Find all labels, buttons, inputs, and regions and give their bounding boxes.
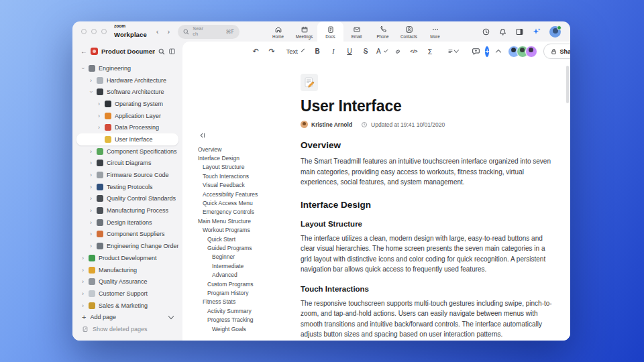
sidebar-item[interactable]: ›Customer Support <box>76 288 178 300</box>
list-format-dropdown[interactable] <box>446 46 460 58</box>
chevron-collapsed-icon[interactable]: › <box>89 184 93 190</box>
sidebar-item[interactable]: ›Application Layer <box>76 110 178 122</box>
back-button[interactable]: ‹ <box>156 27 159 36</box>
chevron-collapsed-icon[interactable]: › <box>80 290 85 297</box>
close-window-button[interactable] <box>81 29 87 34</box>
sidebar-item[interactable]: ›Component Specifications <box>76 145 178 158</box>
formula-button[interactable]: Σ <box>423 46 437 58</box>
sidebar-item[interactable]: ›Testing Protocols <box>76 181 178 193</box>
show-deleted-pages-button[interactable]: Show deleted pages <box>72 323 182 335</box>
outline-item[interactable]: Touch Interactions <box>198 172 295 180</box>
sidebar-item[interactable]: ›Design Iterations <box>76 217 178 229</box>
sidebar-item[interactable]: ›Quality Assurance <box>76 276 178 288</box>
sidebar-item[interactable]: ›Manufacturing <box>76 264 178 276</box>
search-input[interactable]: Search ⌘F <box>178 25 239 39</box>
outline-item[interactable]: Interface Design <box>198 154 295 162</box>
add-page-button[interactable]: + Add page <box>72 311 182 323</box>
chevron-collapsed-icon[interactable]: › <box>89 195 93 202</box>
sidebar-item[interactable]: ›Engineering Change Orders <box>76 240 178 252</box>
outline-item[interactable]: Advanced <box>198 270 295 279</box>
outline-item[interactable]: Progress Tracking <box>198 315 295 324</box>
tab-home[interactable]: Home <box>265 21 291 42</box>
chevron-collapsed-icon[interactable]: › <box>97 113 101 119</box>
chevron-collapsed-icon[interactable]: › <box>80 255 85 261</box>
chevron-collapsed-icon[interactable]: › <box>89 231 93 237</box>
sidebar-item[interactable]: ›Data Processing <box>76 121 178 133</box>
chevron-expanded-icon[interactable]: › <box>80 66 87 70</box>
minimize-window-button[interactable] <box>91 29 97 34</box>
panel-toggle-icon[interactable] <box>168 48 176 55</box>
strikethrough-button[interactable]: S <box>359 46 372 58</box>
outline-item[interactable]: Emergency Controls <box>198 208 295 217</box>
collapse-toolbar-button[interactable] <box>492 46 505 58</box>
sidebar-item[interactable]: ›Engineering <box>76 62 178 74</box>
outline-item[interactable]: Workout Programs <box>198 226 295 235</box>
chevron-collapsed-icon[interactable]: › <box>89 243 93 249</box>
chevron-down-icon[interactable] <box>168 313 174 318</box>
text-style-dropdown[interactable]: Text <box>288 46 301 58</box>
tab-docs[interactable]: Docs <box>317 21 343 42</box>
tab-more[interactable]: More <box>422 21 448 42</box>
chevron-collapsed-icon[interactable]: › <box>89 219 93 226</box>
chevron-collapsed-icon[interactable]: › <box>97 101 101 107</box>
side-panel-icon[interactable] <box>515 27 524 36</box>
sidebar-item[interactable]: ›Product Development <box>76 252 178 264</box>
redo-button[interactable]: ↷ <box>265 46 278 58</box>
traffic-lights[interactable] <box>81 29 107 34</box>
outline-item[interactable]: Custom Programs <box>198 280 295 288</box>
chevron-expanded-icon[interactable]: › <box>88 90 95 95</box>
document-body[interactable]: User Interface Kristine Arnold Updated a… <box>301 74 553 341</box>
underline-button[interactable]: U <box>343 46 356 58</box>
outline-item[interactable]: Quick Access Menu <box>198 198 295 207</box>
forward-button[interactable]: › <box>167 27 170 36</box>
tab-email[interactable]: Email <box>343 21 370 42</box>
scrollbar[interactable] <box>566 66 569 103</box>
share-button[interactable]: Share <box>543 44 570 59</box>
chevron-collapsed-icon[interactable]: › <box>89 148 93 155</box>
chevron-collapsed-icon[interactable]: › <box>89 77 93 84</box>
chevron-collapsed-icon[interactable]: › <box>89 160 93 166</box>
user-avatar[interactable] <box>549 26 561 38</box>
sidebar-search-icon[interactable] <box>158 48 165 55</box>
outline-item[interactable]: Activity Summary <box>198 306 295 315</box>
chevron-collapsed-icon[interactable]: › <box>97 124 101 131</box>
sidebar-item[interactable]: ›Sales & Marketing <box>76 300 178 312</box>
bold-button[interactable]: B <box>311 46 324 58</box>
tab-meetings[interactable]: Meetings <box>291 21 317 42</box>
outline-item[interactable]: Intermediate <box>198 261 295 270</box>
sidebar-item[interactable]: ›Operating System <box>76 98 178 110</box>
chevron-collapsed-icon[interactable]: › <box>89 172 93 178</box>
italic-button[interactable]: I <box>327 46 340 58</box>
outline-item[interactable]: Main Menu Structure <box>198 217 295 225</box>
sidebar-item[interactable]: ›User Interface <box>76 133 178 145</box>
outline-item[interactable]: Weight Goals <box>198 324 295 333</box>
tab-phone[interactable]: Phone <box>370 21 396 42</box>
comment-button[interactable] <box>469 46 482 58</box>
code-button[interactable]: </> <box>407 46 421 58</box>
outline-item[interactable]: Program History <box>198 288 295 297</box>
sidebar-item[interactable]: ›Firmware Source Code <box>76 169 178 181</box>
chevron-collapsed-icon[interactable]: › <box>80 302 85 309</box>
link-button[interactable] <box>391 46 405 58</box>
outline-item[interactable]: Beginner <box>198 253 295 261</box>
outline-item[interactable]: Guided Programs <box>198 243 295 252</box>
maximize-window-button[interactable] <box>101 29 107 34</box>
outline-item[interactable]: Accessibility Features <box>198 190 295 198</box>
chevron-collapsed-icon[interactable]: › <box>89 207 93 214</box>
sidebar-item[interactable]: ›Hardware Architecture <box>76 74 178 86</box>
outline-item[interactable]: Layout Structure <box>198 163 295 172</box>
ai-companion-sparkle-icon[interactable] <box>532 27 541 36</box>
collaborator-avatars[interactable] <box>508 46 537 58</box>
sidebar-item[interactable]: ›Software Architecture <box>76 86 178 98</box>
chevron-collapsed-icon[interactable]: › <box>80 278 85 285</box>
tab-contacts[interactable]: Contacts <box>396 21 422 42</box>
sidebar-item[interactable]: ›Circuit Diagrams <box>76 158 178 170</box>
sidebar-item[interactable]: ›Quality Control Standards <box>76 193 178 205</box>
memo-pencil-icon[interactable] <box>301 74 318 91</box>
chevron-collapsed-icon[interactable]: › <box>80 267 85 274</box>
outline-item[interactable]: Visual Feedback <box>198 181 295 190</box>
sidebar-item[interactable]: ›Component Suppliers <box>76 229 178 241</box>
undo-button[interactable]: ↶ <box>249 46 262 58</box>
sidebar-item[interactable]: ›Manufacturing Process <box>76 204 178 217</box>
collapse-sidebar-arrow-icon[interactable]: ← <box>80 48 87 55</box>
